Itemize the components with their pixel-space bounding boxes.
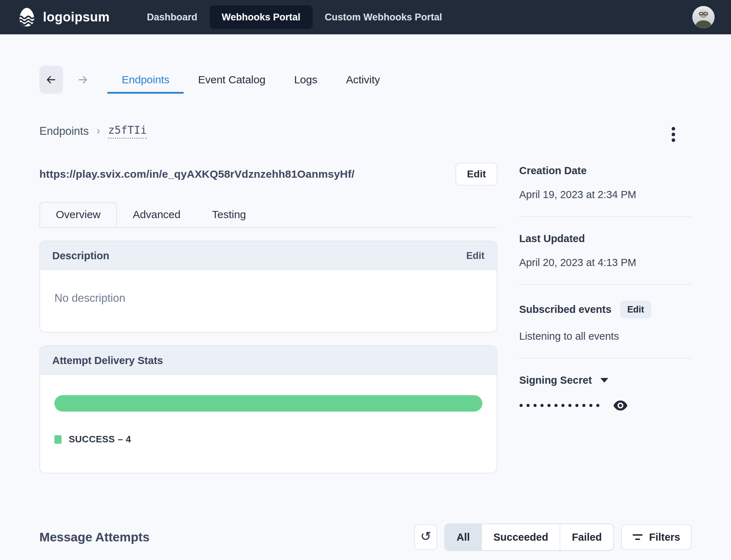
refresh-icon: ↺ bbox=[420, 530, 431, 543]
navbar-links: Dashboard Webhooks Portal Custom Webhook… bbox=[135, 5, 454, 29]
logo-icon bbox=[16, 7, 37, 28]
success-legend-label: SUCCESS – 4 bbox=[69, 434, 131, 445]
tab-event-catalog[interactable]: Event Catalog bbox=[184, 66, 279, 94]
last-updated-label: Last Updated bbox=[519, 233, 692, 245]
success-legend-swatch bbox=[54, 435, 62, 444]
signing-secret-label: Signing Secret bbox=[519, 374, 592, 386]
subscribed-events-section: Subscribed events Edit Listening to all … bbox=[519, 285, 692, 359]
creation-date-section: Creation Date April 19, 2023 at 2:34 PM bbox=[519, 163, 692, 217]
chevron-down-icon[interactable] bbox=[600, 378, 608, 383]
tab-endpoints[interactable]: Endpoints bbox=[107, 66, 184, 94]
back-arrow-icon bbox=[45, 74, 57, 86]
edit-url-button[interactable]: Edit bbox=[455, 163, 497, 186]
subscribed-events-value: Listening to all events bbox=[519, 330, 692, 342]
description-empty-text: No description bbox=[54, 292, 125, 304]
avatar-image bbox=[692, 6, 715, 28]
endpoint-sidebar: Creation Date April 19, 2023 at 2:34 PM … bbox=[519, 163, 692, 473]
tab-activity[interactable]: Activity bbox=[332, 66, 394, 94]
top-navbar: logoipsum Dashboard Webhooks Portal Cust… bbox=[0, 0, 731, 34]
edit-subscribed-events-button[interactable]: Edit bbox=[620, 301, 651, 318]
chevron-right-icon: › bbox=[97, 124, 100, 137]
creation-date-value: April 19, 2023 at 2:34 PM bbox=[519, 189, 692, 201]
detail-tab-bar: Overview Advanced Testing bbox=[39, 202, 497, 228]
tab-testing[interactable]: Testing bbox=[196, 202, 262, 227]
filter-all-button[interactable]: All bbox=[445, 524, 481, 550]
breadcrumb-endpoint-id[interactable]: z5fTIi bbox=[108, 124, 147, 139]
logo: logoipsum bbox=[16, 7, 110, 28]
tab-logs[interactable]: Logs bbox=[280, 66, 332, 94]
filter-succeeded-button[interactable]: Succeeded bbox=[481, 524, 560, 550]
subscribed-events-label: Subscribed events bbox=[519, 304, 611, 315]
filters-button[interactable]: Filters bbox=[621, 524, 692, 550]
eye-icon bbox=[613, 400, 628, 411]
message-attempts-controls: ↺ All Succeeded Failed Filters bbox=[414, 524, 692, 551]
description-card: Description Edit No description bbox=[39, 241, 497, 333]
back-button[interactable] bbox=[39, 66, 63, 94]
description-title: Description bbox=[52, 250, 109, 262]
filter-icon bbox=[633, 534, 643, 540]
logo-text: logoipsum bbox=[43, 10, 110, 25]
delivery-stats-card: Attempt Delivery Stats SUCCESS – 4 bbox=[39, 345, 497, 473]
breadcrumb-row: Endpoints › z5fTIi bbox=[39, 124, 692, 146]
endpoint-url: https://play.svix.com/in/e_qyAXKQ58rVdzn… bbox=[39, 168, 355, 180]
reveal-secret-button[interactable] bbox=[613, 400, 628, 411]
filters-button-label: Filters bbox=[649, 531, 680, 543]
stat-legend: SUCCESS – 4 bbox=[54, 434, 482, 445]
portal-tab-bar: Endpoints Event Catalog Logs Activity bbox=[39, 66, 692, 94]
nav-item-dashboard[interactable]: Dashboard bbox=[135, 5, 210, 29]
tab-advanced[interactable]: Advanced bbox=[117, 202, 196, 227]
forward-arrow-icon bbox=[77, 74, 89, 86]
edit-description-button[interactable]: Edit bbox=[466, 250, 484, 261]
filter-failed-button[interactable]: Failed bbox=[560, 524, 613, 550]
message-attempts-title: Message Attempts bbox=[39, 530, 150, 544]
signing-secret-section: Signing Secret •••••••••••• bbox=[519, 359, 692, 427]
signing-secret-masked: •••••••••••• bbox=[519, 400, 603, 411]
avatar[interactable] bbox=[692, 6, 715, 28]
refresh-button[interactable]: ↺ bbox=[414, 524, 437, 550]
delivery-stats-title: Attempt Delivery Stats bbox=[52, 355, 163, 367]
tab-overview[interactable]: Overview bbox=[39, 202, 117, 227]
success-stat-bar bbox=[54, 395, 482, 412]
breadcrumb-root[interactable]: Endpoints bbox=[39, 125, 89, 138]
kebab-icon bbox=[671, 127, 676, 142]
endpoint-main-column: https://play.svix.com/in/e_qyAXKQ58rVdzn… bbox=[39, 163, 497, 473]
last-updated-value: April 20, 2023 at 4:13 PM bbox=[519, 257, 692, 269]
delivery-stats-header: Attempt Delivery Stats bbox=[40, 346, 497, 375]
forward-button[interactable] bbox=[71, 66, 94, 94]
endpoint-options-button[interactable] bbox=[668, 124, 679, 146]
breadcrumb: Endpoints › z5fTIi bbox=[39, 124, 147, 139]
nav-item-webhooks-portal[interactable]: Webhooks Portal bbox=[210, 5, 313, 29]
last-updated-section: Last Updated April 20, 2023 at 4:13 PM bbox=[519, 217, 692, 285]
creation-date-label: Creation Date bbox=[519, 165, 692, 177]
description-card-header: Description Edit bbox=[40, 241, 497, 270]
nav-item-custom-webhooks-portal[interactable]: Custom Webhooks Portal bbox=[313, 5, 454, 29]
status-filter-segmented: All Succeeded Failed bbox=[444, 524, 614, 551]
